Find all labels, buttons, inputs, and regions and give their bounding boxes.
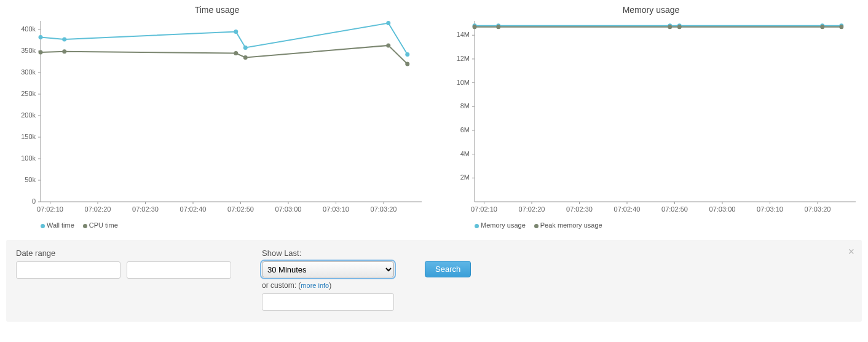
svg-point-89: [677, 25, 682, 29]
date-range-group: Date range: [16, 249, 231, 279]
svg-point-39: [243, 46, 248, 50]
svg-text:07:02:50: 07:02:50: [661, 205, 688, 213]
svg-text:100k: 100k: [21, 154, 36, 162]
svg-text:07:03:10: 07:03:10: [757, 205, 783, 213]
svg-point-91: [839, 25, 843, 29]
filter-controls: Date range Show Last: 30 Minutes or cust…: [6, 240, 862, 322]
memory-usage-chart-panel: Memory usage 2M4M6M8M10M12M14M07:02:1007…: [440, 5, 862, 229]
svg-text:10M: 10M: [457, 79, 470, 86]
show-last-group: Show Last: 30 Minutes or custom: (more i…: [262, 249, 394, 311]
show-last-label: Show Last:: [262, 249, 394, 258]
svg-text:250k: 250k: [21, 90, 36, 97]
svg-point-44: [234, 51, 238, 55]
svg-point-40: [386, 21, 390, 25]
svg-point-42: [39, 50, 43, 55]
more-info-link[interactable]: more info: [301, 282, 329, 289]
time-usage-chart[interactable]: 050k100k150k200k250k300k350k400k07:02:10…: [6, 17, 428, 220]
svg-point-86: [473, 25, 477, 29]
svg-text:07:02:50: 07:02:50: [227, 205, 254, 213]
time-usage-chart-panel: Time usage 050k100k150k200k250k300k350k4…: [6, 5, 428, 229]
svg-text:350k: 350k: [21, 47, 36, 54]
time-usage-legend: Wall timeCPU time: [6, 221, 428, 229]
svg-text:12M: 12M: [457, 55, 470, 62]
svg-point-36: [39, 35, 43, 39]
or-custom-text: or custom: (more info): [262, 281, 394, 290]
svg-point-43: [62, 49, 66, 54]
date-range-start-input[interactable]: [16, 261, 120, 279]
svg-text:07:02:40: 07:02:40: [180, 205, 207, 213]
svg-text:400k: 400k: [21, 25, 36, 33]
svg-point-45: [243, 55, 248, 60]
svg-text:8M: 8M: [460, 102, 470, 109]
close-icon[interactable]: ×: [848, 246, 854, 257]
chart-title: Memory usage: [440, 5, 862, 15]
svg-text:50k: 50k: [25, 176, 36, 183]
svg-text:07:02:20: 07:02:20: [85, 205, 111, 213]
svg-text:2M: 2M: [460, 173, 470, 181]
svg-point-47: [405, 62, 409, 66]
search-button[interactable]: Search: [425, 261, 471, 277]
custom-range-input[interactable]: [262, 293, 394, 311]
svg-point-88: [668, 25, 672, 29]
date-range-label: Date range: [16, 249, 231, 258]
svg-text:07:03:00: 07:03:00: [709, 205, 736, 213]
svg-text:07:02:30: 07:02:30: [566, 205, 593, 213]
svg-text:14M: 14M: [457, 31, 470, 38]
svg-point-37: [62, 38, 66, 42]
svg-text:07:02:40: 07:02:40: [614, 205, 641, 213]
svg-point-87: [496, 25, 500, 29]
svg-point-90: [820, 25, 824, 29]
svg-text:0: 0: [32, 197, 36, 205]
chart-title: Time usage: [6, 5, 428, 15]
svg-point-38: [234, 30, 238, 34]
memory-usage-chart[interactable]: 2M4M6M8M10M12M14M07:02:1007:02:2007:02:3…: [440, 17, 862, 220]
svg-text:07:02:10: 07:02:10: [37, 205, 63, 213]
date-range-end-input[interactable]: [127, 261, 231, 279]
svg-text:07:03:10: 07:03:10: [323, 205, 349, 213]
svg-text:07:03:20: 07:03:20: [371, 205, 397, 213]
svg-text:07:03:00: 07:03:00: [275, 205, 302, 213]
svg-point-41: [405, 52, 409, 57]
svg-text:07:02:20: 07:02:20: [519, 205, 545, 213]
svg-text:07:03:20: 07:03:20: [805, 205, 831, 213]
svg-text:07:02:30: 07:02:30: [132, 205, 159, 213]
svg-text:200k: 200k: [21, 111, 36, 119]
svg-point-46: [386, 43, 390, 47]
svg-text:150k: 150k: [21, 133, 36, 140]
show-last-select[interactable]: 30 Minutes: [262, 261, 394, 277]
memory-usage-legend: Memory usagePeak memory usage: [440, 221, 862, 229]
svg-text:4M: 4M: [460, 150, 470, 157]
svg-text:6M: 6M: [460, 126, 470, 133]
svg-text:07:02:10: 07:02:10: [471, 205, 497, 213]
svg-text:300k: 300k: [21, 68, 36, 76]
